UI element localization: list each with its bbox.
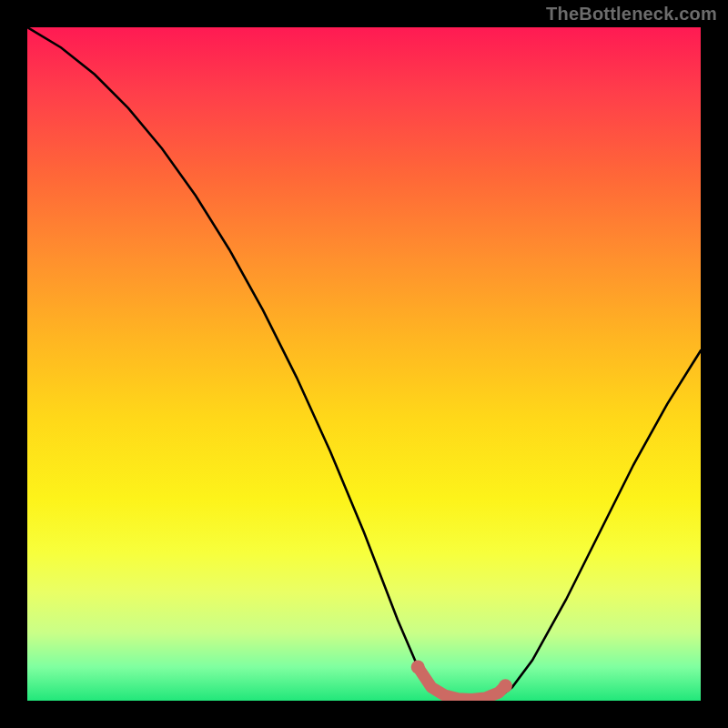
optimal-range-start-dot	[411, 661, 425, 674]
chart-canvas: TheBottleneck.com	[0, 0, 728, 728]
bottleneck-curve-svg	[27, 27, 701, 701]
optimal-range-marker	[418, 667, 505, 700]
optimal-range-end-dot	[499, 679, 512, 693]
watermark-text: TheBottleneck.com	[546, 4, 717, 25]
plot-area	[27, 27, 701, 701]
bottleneck-curve	[27, 27, 701, 701]
